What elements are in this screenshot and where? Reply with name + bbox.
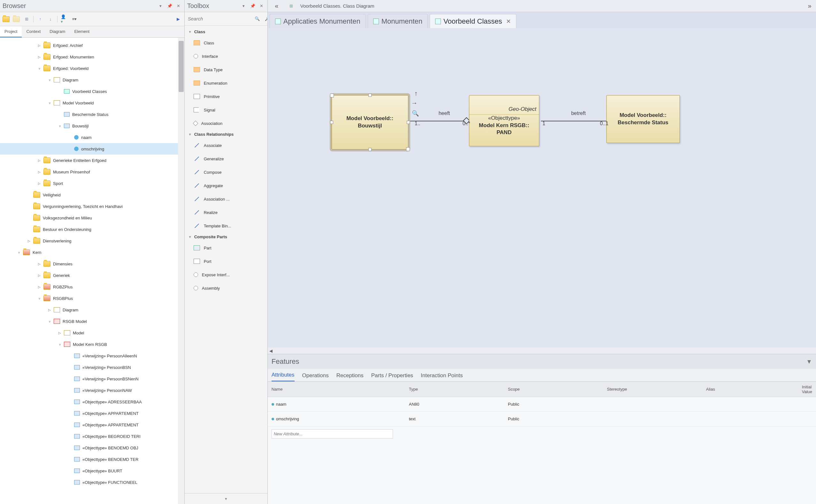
attribute-row[interactable]: omschrijvingtextPublic <box>268 412 816 426</box>
dropdown-icon[interactable]: ▾ <box>157 3 164 9</box>
expand-icon[interactable]: ▿ <box>47 319 52 324</box>
tree-item[interactable]: ▿Diagram <box>0 74 184 86</box>
tree-item[interactable]: ▷Erfgoed: Monumenten <box>0 51 184 63</box>
expand-icon[interactable]: ▿ <box>37 66 42 71</box>
expand-icon[interactable]: ▷ <box>37 181 42 186</box>
tree-item[interactable]: ▿RSGB Model <box>0 316 184 327</box>
expand-icon[interactable]: ▷ <box>27 239 31 243</box>
tree-item[interactable]: ▿Model Voorbeeld <box>0 97 184 109</box>
expand-icon[interactable] <box>68 411 72 416</box>
tree-item[interactable]: ▷Diagram <box>0 304 184 316</box>
pin-icon[interactable]: 📌 <box>249 3 256 9</box>
tree-item[interactable]: ▷Dimensies <box>0 258 184 270</box>
close-icon[interactable]: ✕ <box>506 18 511 25</box>
uml-class-bouwstijl[interactable]: Model Voorbeeld:: Bouwstijl↑→🔍 <box>332 95 408 149</box>
tree-item[interactable]: Vergunningverlening, Toezicht en Handhav… <box>0 201 184 212</box>
column-header[interactable]: Type <box>409 387 508 392</box>
expand-icon[interactable]: ▷ <box>37 285 42 289</box>
expand-icon[interactable] <box>27 193 31 197</box>
toolbox-item[interactable]: Assembly <box>185 281 267 295</box>
tree-item[interactable]: Beschermde Status <box>0 109 184 120</box>
tree-item[interactable]: ▿Bouwstijl <box>0 120 184 132</box>
tree-scrollbar[interactable] <box>178 38 184 504</box>
new-attribute-input[interactable] <box>271 429 393 439</box>
tree-item[interactable]: ▷Museum Prinsenhof <box>0 166 184 178</box>
tree-item[interactable]: «Verwijzing» PersoonBSN <box>0 362 184 373</box>
resize-handle[interactable] <box>368 148 371 151</box>
document-tab[interactable]: Voorbeeld Classes✕ <box>430 14 516 28</box>
toolbox-item[interactable]: Compose <box>185 165 267 179</box>
tree-item[interactable]: ▷Generieke Entiteiten Erfgoed <box>0 155 184 166</box>
features-tab-operations[interactable]: Operations <box>302 372 329 381</box>
expand-icon[interactable] <box>68 423 72 427</box>
tree-item[interactable]: «Verwijzing» PersoonNAW <box>0 385 184 396</box>
project-tree[interactable]: ▷Erfgoed: Archief▷Erfgoed: Monumenten▿Er… <box>0 38 184 504</box>
expand-icon[interactable] <box>27 227 31 232</box>
quicklink-up-icon[interactable]: ↑ <box>415 89 418 98</box>
dropdown-icon[interactable]: ▾ <box>240 3 247 9</box>
toolbox-item[interactable]: Enumeration <box>185 76 267 90</box>
expand-icon[interactable]: ▿ <box>57 124 62 128</box>
tree-item[interactable]: «Objecttype» ADRESSEERBAA <box>0 396 184 408</box>
close-icon[interactable]: ✕ <box>175 3 182 9</box>
tree-item[interactable]: «Objecttype» BENOEMD OBJ <box>0 442 184 454</box>
tree-view-icon[interactable]: ⊞ <box>23 16 30 23</box>
expand-icon[interactable]: ▿ <box>37 296 42 301</box>
uml-class-besch[interactable]: Model Voorbeeld:: Beschermde Status <box>606 95 680 143</box>
expand-icon[interactable]: ▷ <box>37 55 42 59</box>
toolbox-footer-dropdown[interactable]: ▾ <box>185 493 267 504</box>
tree-item[interactable]: ▷Sport <box>0 178 184 189</box>
move-down-icon[interactable]: ↓ <box>47 16 54 23</box>
expand-icon[interactable]: ▿ <box>17 250 21 255</box>
toolbox-item[interactable]: Expose Interf... <box>185 268 267 281</box>
tree-item[interactable]: Volksgezondheid en Milieu <box>0 212 184 224</box>
new-package-icon[interactable] <box>3 16 10 23</box>
quicklink-right-icon[interactable]: → <box>411 99 418 107</box>
tree-item[interactable]: ▿Erfgoed: Voorbeeld <box>0 63 184 74</box>
play-icon[interactable]: ▶ <box>175 16 182 23</box>
diagram-canvas[interactable]: Model Voorbeeld:: Bouwstijl↑→🔍Geo-Object… <box>268 28 816 354</box>
expand-icon[interactable] <box>27 204 31 209</box>
tree-item[interactable]: ▿Kern <box>0 247 184 258</box>
tree-item[interactable]: Veiligheid <box>0 189 184 201</box>
browser-tab-project[interactable]: Project <box>0 26 22 37</box>
expand-icon[interactable]: ▷ <box>57 331 62 335</box>
search-icon[interactable]: 🔍 <box>255 16 260 22</box>
toolbox-item[interactable]: Interface <box>185 50 267 63</box>
column-header[interactable]: Name <box>271 387 409 392</box>
toolbox-item[interactable]: Associate <box>185 139 267 152</box>
person-icon[interactable]: 👤▾ <box>61 16 68 23</box>
tree-item[interactable]: ▷Erfgoed: Archief <box>0 40 184 51</box>
expand-icon[interactable] <box>68 446 72 450</box>
resize-handle[interactable] <box>407 121 410 124</box>
browser-tab-diagram[interactable]: Diagram <box>45 26 70 37</box>
zoom-icon[interactable]: 🔍 <box>412 110 419 117</box>
browser-tab-context[interactable]: Context <box>22 26 45 37</box>
diagram-nav-icon[interactable]: ⊞ <box>288 3 294 9</box>
tree-item[interactable]: «Verwijzing» PersoonAlleenN <box>0 350 184 362</box>
chevron-left-icon[interactable]: « <box>273 3 280 9</box>
expand-icon[interactable] <box>68 377 72 381</box>
horizontal-scrollbar[interactable]: ◀ <box>268 347 816 354</box>
expand-icon[interactable] <box>27 216 31 220</box>
toolbox-item[interactable]: Generalize <box>185 152 267 165</box>
tree-item[interactable]: «Objecttype» BENOEMD TER <box>0 454 184 465</box>
column-header[interactable]: Stereotype <box>607 387 706 392</box>
expand-icon[interactable] <box>68 388 72 393</box>
close-icon[interactable]: ✕ <box>258 3 265 9</box>
column-header[interactable]: Alias <box>706 387 802 392</box>
move-up-icon[interactable]: ↑ <box>37 16 44 23</box>
chevron-right-icon[interactable]: » <box>806 3 813 9</box>
tree-item[interactable]: ▿Model Kern RSGB <box>0 339 184 350</box>
column-header[interactable]: Initial Value <box>802 385 812 394</box>
expand-icon[interactable] <box>57 112 62 117</box>
tree-item[interactable]: ▷Generiek <box>0 270 184 281</box>
new-attribute-row[interactable] <box>268 426 816 441</box>
new-folder-icon[interactable] <box>13 16 20 23</box>
tree-item[interactable]: «Objecttype» BUURT <box>0 465 184 477</box>
tree-item[interactable]: «Objecttype» APPARTEMENT <box>0 419 184 431</box>
association-line[interactable] <box>541 121 606 121</box>
tree-item[interactable]: ▷Dienstverlening <box>0 235 184 247</box>
expand-icon[interactable]: ▷ <box>37 170 42 174</box>
pin-icon[interactable]: 📌 <box>166 3 173 9</box>
